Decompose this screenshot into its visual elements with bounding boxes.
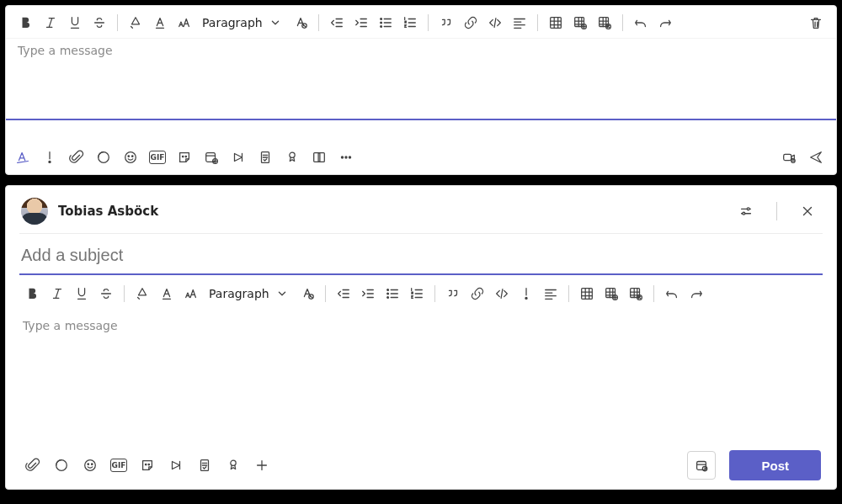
post-button[interactable]: Post bbox=[729, 450, 821, 480]
add-app-button[interactable] bbox=[250, 454, 274, 477]
options-button[interactable] bbox=[733, 198, 759, 225]
svg-point-31 bbox=[386, 293, 388, 294]
gif-icon: GIF bbox=[149, 151, 166, 164]
chevron-down-icon bbox=[274, 286, 290, 301]
praise-button[interactable] bbox=[221, 454, 245, 477]
attach-button[interactable] bbox=[65, 146, 88, 169]
schedule-icon bbox=[694, 458, 709, 473]
strikethrough-button[interactable] bbox=[88, 11, 111, 34]
svg-point-2 bbox=[380, 22, 381, 24]
outdent-button[interactable] bbox=[332, 282, 355, 305]
font-color-button[interactable] bbox=[155, 282, 179, 305]
svg-point-24 bbox=[349, 157, 350, 158]
code-snippet-button[interactable] bbox=[490, 282, 514, 305]
svg-rect-25 bbox=[784, 154, 791, 160]
loop-button[interactable] bbox=[92, 146, 115, 169]
approvals-button[interactable] bbox=[193, 454, 216, 477]
quote-button[interactable] bbox=[441, 282, 465, 305]
svg-point-30 bbox=[386, 289, 388, 291]
link-button[interactable] bbox=[466, 282, 489, 305]
quote-button[interactable] bbox=[434, 11, 458, 34]
bulleted-list-button[interactable] bbox=[374, 11, 397, 34]
gif-button[interactable]: GIF bbox=[107, 454, 131, 477]
clear-formatting-button[interactable] bbox=[289, 11, 312, 34]
loop-button[interactable] bbox=[50, 454, 73, 477]
italic-button[interactable] bbox=[39, 11, 62, 34]
undo-button[interactable] bbox=[629, 11, 653, 34]
gif-button[interactable]: GIF bbox=[146, 146, 169, 169]
numbered-list-button[interactable] bbox=[405, 282, 429, 305]
video-clip-button[interactable] bbox=[777, 146, 801, 169]
font-color-button[interactable] bbox=[148, 11, 172, 34]
author-avatar[interactable] bbox=[21, 198, 48, 225]
table-add-button[interactable] bbox=[568, 11, 592, 34]
emoji-button[interactable] bbox=[78, 454, 102, 477]
more-actions-button[interactable] bbox=[334, 146, 358, 169]
link-button[interactable] bbox=[459, 11, 482, 34]
svg-point-12 bbox=[128, 156, 129, 157]
attach-button[interactable] bbox=[21, 454, 45, 477]
separator bbox=[537, 14, 538, 31]
code-snippet-button[interactable] bbox=[483, 11, 507, 34]
highlight-button[interactable] bbox=[131, 282, 154, 305]
stream-button[interactable] bbox=[164, 454, 188, 477]
separator bbox=[117, 14, 118, 31]
bold-button[interactable] bbox=[21, 282, 45, 305]
align-button[interactable] bbox=[508, 11, 531, 34]
underline-button[interactable] bbox=[70, 282, 93, 305]
message-placeholder: Type a message bbox=[23, 319, 118, 332]
separator bbox=[428, 14, 429, 31]
format-toggle-button[interactable] bbox=[11, 146, 35, 169]
praise-button[interactable] bbox=[280, 146, 304, 169]
strikethrough-button[interactable] bbox=[94, 282, 118, 305]
table-delete-button[interactable] bbox=[624, 282, 647, 305]
outdent-button[interactable] bbox=[325, 11, 349, 34]
schedule-message-button[interactable] bbox=[200, 146, 223, 169]
italic-button[interactable] bbox=[45, 282, 69, 305]
insert-table-button[interactable] bbox=[575, 282, 599, 305]
sticker-button[interactable] bbox=[173, 146, 196, 169]
separator bbox=[776, 202, 777, 220]
table-delete-button[interactable] bbox=[593, 11, 616, 34]
approvals-button[interactable] bbox=[253, 146, 277, 169]
message-input[interactable]: Type a message bbox=[6, 38, 836, 120]
viva-button[interactable] bbox=[307, 146, 331, 169]
subject-input[interactable] bbox=[19, 242, 823, 275]
underline-button[interactable] bbox=[63, 11, 87, 34]
indent-button[interactable] bbox=[349, 11, 373, 34]
redo-button[interactable] bbox=[685, 282, 708, 305]
send-button[interactable] bbox=[804, 146, 828, 169]
importance-button[interactable] bbox=[38, 146, 61, 169]
message-placeholder: Type a message bbox=[18, 44, 113, 57]
highlight-button[interactable] bbox=[124, 11, 147, 34]
align-button[interactable] bbox=[539, 282, 562, 305]
compose-actions: GIF Post bbox=[21, 450, 821, 480]
font-size-button[interactable] bbox=[179, 282, 203, 305]
clear-formatting-button[interactable] bbox=[296, 282, 319, 305]
redo-button[interactable] bbox=[653, 11, 677, 34]
svg-point-19 bbox=[290, 152, 295, 157]
separator bbox=[318, 14, 319, 31]
message-input[interactable]: Type a message bbox=[6, 310, 836, 391]
importance-button[interactable] bbox=[514, 282, 538, 305]
delete-button[interactable] bbox=[804, 11, 828, 34]
bold-button[interactable] bbox=[14, 11, 38, 34]
paragraph-style-dropdown[interactable]: Paragraph bbox=[204, 282, 295, 305]
undo-button[interactable] bbox=[660, 282, 684, 305]
schedule-send-button[interactable] bbox=[687, 451, 716, 480]
insert-table-button[interactable] bbox=[544, 11, 568, 34]
emoji-button[interactable] bbox=[119, 146, 142, 169]
compose-pane-legacy: Paragraph Type a message GIF bbox=[5, 5, 837, 175]
close-button[interactable] bbox=[794, 198, 821, 225]
table-add-button[interactable] bbox=[600, 282, 623, 305]
stream-button[interactable] bbox=[226, 146, 250, 169]
font-size-button[interactable] bbox=[173, 11, 196, 34]
sticker-button[interactable] bbox=[136, 454, 159, 477]
svg-point-9 bbox=[49, 161, 51, 162]
svg-point-13 bbox=[132, 156, 133, 157]
svg-rect-4 bbox=[550, 18, 561, 29]
paragraph-style-dropdown[interactable]: Paragraph bbox=[197, 11, 288, 34]
numbered-list-button[interactable] bbox=[398, 11, 422, 34]
bulleted-list-button[interactable] bbox=[381, 282, 404, 305]
indent-button[interactable] bbox=[356, 282, 380, 305]
